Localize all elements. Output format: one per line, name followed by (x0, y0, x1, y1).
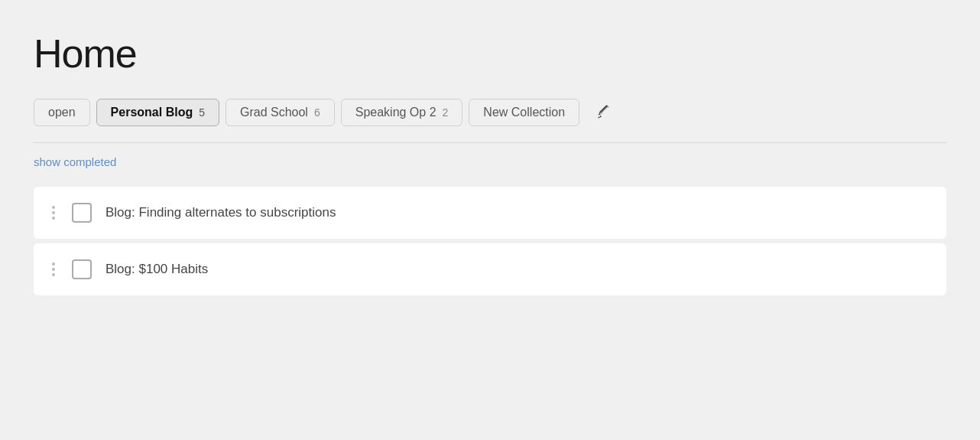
tab-grad-school-badge: 6 (314, 106, 320, 119)
tab-open[interactable]: open (34, 99, 90, 126)
drag-handle[interactable] (49, 203, 58, 223)
drag-dot (52, 206, 55, 209)
tab-new-collection-label: New Collection (483, 106, 565, 119)
task-row: Blog: Finding alternates to subscription… (34, 187, 946, 239)
task-label: Blog: Finding alternates to subscription… (105, 205, 336, 220)
drag-dot (52, 262, 55, 266)
task-list: Blog: Finding alternates to subscription… (34, 187, 946, 295)
pin-button[interactable] (589, 98, 618, 127)
page-title: Home (34, 31, 946, 77)
drag-handle[interactable] (49, 259, 58, 279)
tab-grad-school-label: Grad School (240, 106, 308, 119)
tab-new-collection[interactable]: New Collection (469, 99, 579, 126)
task-checkbox[interactable] (72, 259, 92, 279)
task-row: Blog: $100 Habits (34, 243, 946, 295)
pin-icon (595, 104, 612, 121)
tab-speaking-op-2-badge: 2 (443, 106, 449, 119)
task-checkbox[interactable] (72, 203, 92, 223)
drag-dot (52, 268, 55, 271)
tab-grad-school[interactable]: Grad School 6 (226, 99, 335, 126)
task-label: Blog: $100 Habits (105, 262, 208, 277)
drag-dot (52, 273, 55, 276)
drag-dot (52, 217, 55, 220)
filters-row: open Personal Blog 5 Grad School 6 Speak… (34, 98, 946, 127)
show-completed-link[interactable]: show completed (34, 155, 116, 168)
tab-personal-blog[interactable]: Personal Blog 5 (96, 99, 219, 126)
tab-speaking-op-2-label: Speaking Op 2 (355, 106, 436, 119)
tab-open-label: open (48, 106, 76, 119)
tab-personal-blog-label: Personal Blog (111, 106, 193, 119)
tab-personal-blog-badge: 5 (199, 106, 205, 119)
drag-dot (52, 211, 55, 214)
section-divider (34, 142, 946, 143)
tab-speaking-op-2[interactable]: Speaking Op 2 2 (341, 99, 463, 126)
page-container: Home open Personal Blog 5 Grad School 6 … (0, 0, 980, 326)
